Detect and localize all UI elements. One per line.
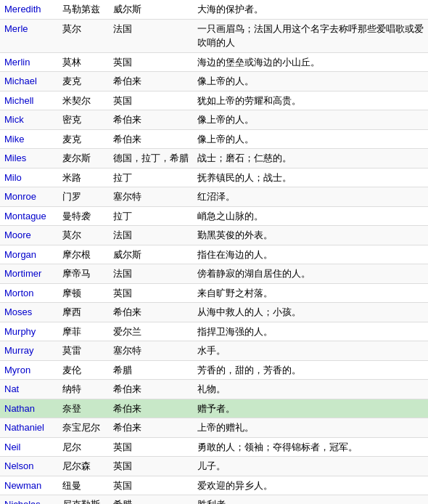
chinese-cell: 摩尔根 xyxy=(58,245,109,264)
name-cell[interactable]: Myron xyxy=(0,360,58,380)
chinese-cell: 纳特 xyxy=(58,380,109,399)
table-row: Murphy摩菲爱尔兰指捍卫海强的人。 xyxy=(0,322,428,341)
meaning-cell: 战士；磨石；仁慈的。 xyxy=(193,149,428,168)
table-row: Montague曼特袭拉丁峭急之山脉的。 xyxy=(0,206,428,226)
origin-cell: 塞尔特 xyxy=(109,187,193,207)
name-cell[interactable]: Miles xyxy=(0,149,58,168)
table-row: Moses摩西希伯来从海中救人的人；小孩。 xyxy=(0,303,428,322)
meaning-cell: 儿子。 xyxy=(193,457,428,476)
origin-cell: 英国 xyxy=(109,476,193,495)
meaning-cell: 来自旷野之村落。 xyxy=(193,283,428,303)
origin-cell: 威尔斯 xyxy=(109,245,193,264)
table-row: Morgan摩尔根威尔斯指住在海边的人。 xyxy=(0,245,428,264)
origin-cell: 英国 xyxy=(109,283,193,303)
name-cell[interactable]: Nicholas xyxy=(0,495,58,505)
chinese-cell: 摩菲 xyxy=(58,322,109,341)
name-cell[interactable]: Michell xyxy=(0,91,58,110)
name-cell[interactable]: Nat xyxy=(0,380,58,399)
meaning-cell: 赠予者。 xyxy=(193,399,428,418)
chinese-cell: 尼克勒斯 xyxy=(58,495,109,505)
origin-cell: 希伯来 xyxy=(109,380,193,399)
chinese-cell: 摩西 xyxy=(58,303,109,322)
origin-cell: 希腊 xyxy=(109,360,193,380)
name-cell[interactable]: Neil xyxy=(0,437,58,457)
table-row: Nathan奈登希伯来赠予者。 xyxy=(0,399,428,418)
table-row: Nat纳特希伯来礼物。 xyxy=(0,380,428,399)
meaning-cell: 海边的堡垒或海边的小山丘。 xyxy=(193,52,428,72)
chinese-cell: 摩顿 xyxy=(58,283,109,303)
name-cell[interactable]: Murphy xyxy=(0,322,58,341)
origin-cell: 希伯来 xyxy=(109,303,193,322)
origin-cell: 英国 xyxy=(109,457,193,476)
origin-cell: 威尔斯 xyxy=(109,0,193,19)
table-row: Moore莫尔法国勤黑英俊的外表。 xyxy=(0,226,428,245)
meaning-cell: 峭急之山脉的。 xyxy=(193,206,428,226)
name-cell[interactable]: Merle xyxy=(0,19,58,52)
origin-cell: 拉丁 xyxy=(109,168,193,187)
origin-cell: 希伯来 xyxy=(109,399,193,418)
origin-cell: 希伯来 xyxy=(109,418,193,438)
table-row: Newman纽曼英国爱欢迎的异乡人。 xyxy=(0,476,428,495)
name-cell[interactable]: Newman xyxy=(0,476,58,495)
chinese-cell: 曼特袭 xyxy=(58,206,109,226)
table-row: Nathaniel奈宝尼尔希伯来上帝的赠礼。 xyxy=(0,418,428,438)
chinese-cell: 米契尔 xyxy=(58,91,109,110)
name-cell[interactable]: Murray xyxy=(0,341,58,361)
name-cell[interactable]: Mortimer xyxy=(0,264,58,284)
chinese-cell: 纽曼 xyxy=(58,476,109,495)
name-cell[interactable]: Morton xyxy=(0,283,58,303)
meaning-cell: 勤黑英俊的外表。 xyxy=(193,226,428,245)
meaning-cell: 指捍卫海强的人。 xyxy=(193,322,428,341)
name-cell[interactable]: Mick xyxy=(0,110,58,130)
meaning-cell: 勇敢的人；领袖；夺得锦标者，冠军。 xyxy=(193,437,428,457)
chinese-cell: 麦克 xyxy=(58,129,109,149)
meaning-cell: 红沼泽。 xyxy=(193,187,428,207)
chinese-cell: 莫雷 xyxy=(58,341,109,361)
name-cell[interactable]: Nathaniel xyxy=(0,418,58,438)
meaning-cell: 犹如上帝的劳耀和高贵。 xyxy=(193,91,428,110)
table-row: Neil尼尔英国勇敢的人；领袖；夺得锦标者，冠军。 xyxy=(0,437,428,457)
chinese-cell: 奈宝尼尔 xyxy=(58,418,109,438)
table-row: Mortimer摩帝马法国傍着静寂的湖自居住的人。 xyxy=(0,264,428,284)
origin-cell: 希伯来 xyxy=(109,110,193,130)
name-cell[interactable]: Nelson xyxy=(0,457,58,476)
name-cell[interactable]: Meredith xyxy=(0,0,58,19)
table-row: Merlin莫林英国海边的堡垒或海边的小山丘。 xyxy=(0,52,428,72)
table-row: Milo米路拉丁抚养镇民的人；战士。 xyxy=(0,168,428,187)
meaning-cell: 一只画眉鸟；法国人用这个名字去称呼那些爱唱歌或爱吹哨的人 xyxy=(193,19,428,52)
name-cell[interactable]: Milo xyxy=(0,168,58,187)
meaning-cell: 像上帝的人。 xyxy=(193,72,428,92)
origin-cell: 塞尔特 xyxy=(109,341,193,361)
chinese-cell: 密克 xyxy=(58,110,109,130)
chinese-cell: 尼尔森 xyxy=(58,457,109,476)
name-cell[interactable]: Michael xyxy=(0,72,58,92)
meaning-cell: 上帝的赠礼。 xyxy=(193,418,428,438)
meaning-cell: 水手。 xyxy=(193,341,428,361)
table-row: Nelson尼尔森英国儿子。 xyxy=(0,457,428,476)
name-cell[interactable]: Moses xyxy=(0,303,58,322)
origin-cell: 英国 xyxy=(109,52,193,72)
name-cell[interactable]: Nathan xyxy=(0,399,58,418)
meaning-cell: 抚养镇民的人；战士。 xyxy=(193,168,428,187)
meaning-cell: 从海中救人的人；小孩。 xyxy=(193,303,428,322)
origin-cell: 法国 xyxy=(109,264,193,284)
origin-cell: 希伯来 xyxy=(109,129,193,149)
name-cell[interactable]: Mike xyxy=(0,129,58,149)
origin-cell: 英国 xyxy=(109,91,193,110)
chinese-cell: 麦克 xyxy=(58,72,109,92)
table-row: Miles麦尔斯德国，拉丁，希腊战士；磨石；仁慈的。 xyxy=(0,149,428,168)
meaning-cell: 像上帝的人。 xyxy=(193,129,428,149)
name-cell[interactable]: Merlin xyxy=(0,52,58,72)
chinese-cell: 莫林 xyxy=(58,52,109,72)
origin-cell: 德国，拉丁，希腊 xyxy=(109,149,193,168)
name-cell[interactable]: Morgan xyxy=(0,245,58,264)
table-row: Murray莫雷塞尔特水手。 xyxy=(0,341,428,361)
name-cell[interactable]: Montague xyxy=(0,206,58,226)
chinese-cell: 尼尔 xyxy=(58,437,109,457)
origin-cell: 英国 xyxy=(109,437,193,457)
table-row: Meredith马勒第兹威尔斯大海的保护者。 xyxy=(0,0,428,19)
chinese-cell: 麦尔斯 xyxy=(58,149,109,168)
name-cell[interactable]: Monroe xyxy=(0,187,58,207)
meaning-cell: 大海的保护者。 xyxy=(193,0,428,19)
name-cell[interactable]: Moore xyxy=(0,226,58,245)
